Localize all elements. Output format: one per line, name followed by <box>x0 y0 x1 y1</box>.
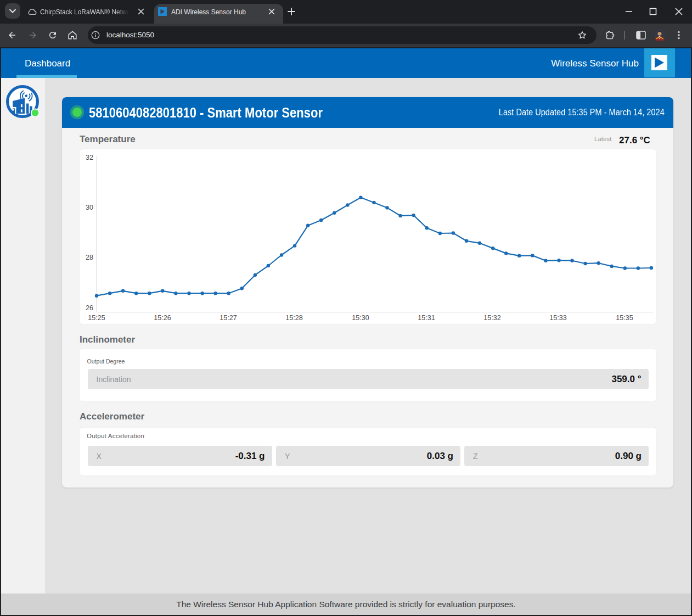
svg-text:15:32: 15:32 <box>483 314 500 322</box>
svg-text:15:35: 15:35 <box>616 314 633 322</box>
svg-text:15:27: 15:27 <box>220 314 237 322</box>
svg-text:30: 30 <box>86 204 93 211</box>
svg-text:15:26: 15:26 <box>154 314 171 322</box>
svg-text:28: 28 <box>86 254 93 261</box>
svg-text:26: 26 <box>86 304 93 312</box>
svg-text:15:33: 15:33 <box>549 314 566 322</box>
svg-text:15:25: 15:25 <box>88 314 105 322</box>
svg-text:15:31: 15:31 <box>418 314 435 322</box>
svg-text:15:30: 15:30 <box>352 314 369 322</box>
svg-text:15:28: 15:28 <box>285 314 302 322</box>
svg-text:32: 32 <box>86 154 93 161</box>
